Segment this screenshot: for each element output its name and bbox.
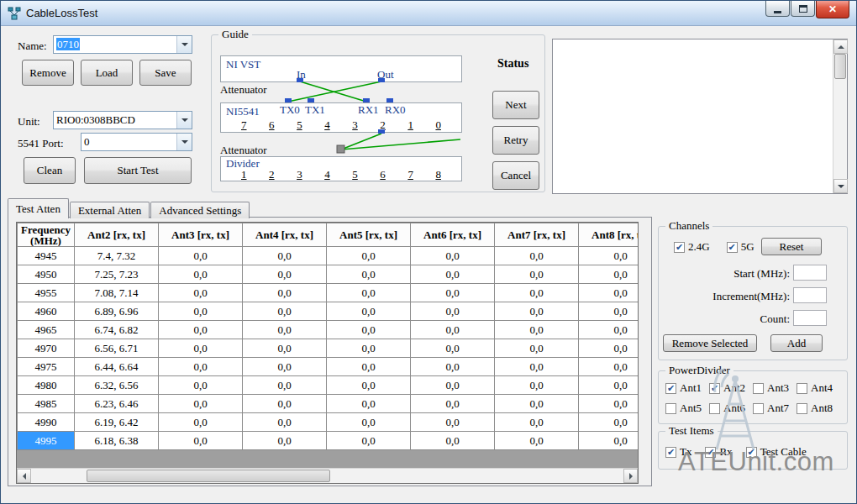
atten-cell[interactable]: 0,0 bbox=[243, 339, 327, 358]
name-combobox-arrow[interactable] bbox=[176, 36, 192, 53]
checkbox-ant8[interactable]: Ant8 bbox=[797, 402, 840, 415]
atten-cell[interactable]: 0,0 bbox=[411, 339, 495, 358]
column-header[interactable]: Ant5 [rx, tx] bbox=[327, 223, 411, 247]
atten-cell[interactable]: 0,0 bbox=[579, 376, 639, 395]
atten-cell[interactable]: 0,0 bbox=[243, 395, 327, 413]
atten-cell[interactable]: 0,0 bbox=[579, 432, 639, 450]
atten-cell[interactable]: 0,0 bbox=[159, 395, 243, 413]
unit-combobox-arrow[interactable] bbox=[176, 112, 192, 129]
column-header[interactable]: Frequency (MHz) bbox=[18, 223, 75, 247]
atten-cell[interactable]: 0,0 bbox=[411, 376, 495, 395]
atten-cell[interactable]: 0,0 bbox=[411, 284, 495, 302]
scroll-thumb[interactable] bbox=[834, 54, 846, 79]
atten-cell[interactable]: 0,0 bbox=[495, 302, 579, 321]
atten-cell[interactable]: 0,0 bbox=[243, 358, 327, 376]
atten-cell[interactable]: 0,0 bbox=[159, 284, 243, 302]
atten-cell[interactable]: 0,0 bbox=[327, 432, 411, 450]
title-bar[interactable]: CableLossTest ✕ bbox=[1, 1, 856, 26]
atten-cell[interactable]: 0,0 bbox=[243, 376, 327, 395]
checkbox-ant7[interactable]: Ant7 bbox=[753, 402, 797, 415]
atten-cell[interactable]: 0,0 bbox=[159, 432, 243, 450]
atten-cell[interactable]: 0,0 bbox=[243, 265, 327, 284]
atten-cell[interactable]: 0,0 bbox=[411, 395, 495, 413]
atten-cell[interactable]: 0,0 bbox=[159, 413, 243, 432]
atten-cell[interactable]: 0,0 bbox=[243, 284, 327, 302]
atten-cell[interactable]: 0,0 bbox=[243, 413, 327, 432]
atten-cell[interactable]: 0,0 bbox=[243, 321, 327, 339]
table-row[interactable]: 49656.74, 6.820,00,00,00,00,00,0 bbox=[18, 321, 639, 339]
frequency-cell[interactable]: 4990 bbox=[18, 413, 75, 432]
column-header[interactable]: Ant3 [rx, tx] bbox=[159, 223, 243, 247]
atten-cell[interactable]: 0,0 bbox=[411, 321, 495, 339]
next-button[interactable]: Next bbox=[492, 91, 539, 119]
maximize-button[interactable] bbox=[791, 1, 815, 17]
atten-cell[interactable]: 0,0 bbox=[327, 358, 411, 376]
tab-external-atten[interactable]: External Atten bbox=[70, 202, 150, 218]
atten-cell[interactable]: 0,0 bbox=[159, 247, 243, 265]
close-button[interactable]: ✕ bbox=[816, 1, 849, 18]
atten-cell[interactable]: 0,0 bbox=[495, 339, 579, 358]
atten-cell[interactable]: 6.56, 6.71 bbox=[75, 339, 159, 358]
atten-cell[interactable]: 0,0 bbox=[579, 321, 639, 339]
start-mhz-input[interactable] bbox=[793, 265, 827, 281]
column-header[interactable]: Ant7 [rx, tx] bbox=[495, 223, 579, 247]
frequency-cell[interactable]: 4975 bbox=[18, 358, 75, 376]
minimize-button[interactable] bbox=[765, 1, 790, 17]
tab-test-atten[interactable]: Test Atten bbox=[8, 198, 69, 218]
atten-cell[interactable]: 0,0 bbox=[327, 284, 411, 302]
atten-cell[interactable]: 0,0 bbox=[495, 284, 579, 302]
atten-cell[interactable]: 0,0 bbox=[327, 265, 411, 284]
atten-cell[interactable]: 7.4, 7.32 bbox=[75, 247, 159, 265]
reset-button[interactable]: Reset bbox=[761, 238, 822, 255]
save-button[interactable]: Save bbox=[139, 60, 192, 86]
atten-cell[interactable]: 0,0 bbox=[495, 413, 579, 432]
atten-cell[interactable]: 0,0 bbox=[411, 358, 495, 376]
atten-cell[interactable]: 0,0 bbox=[159, 358, 243, 376]
table-row[interactable]: 49457.4, 7.320,00,00,00,00,00,0 bbox=[18, 247, 639, 265]
log-vertical-scrollbar[interactable] bbox=[833, 39, 847, 193]
scroll-down-button[interactable] bbox=[833, 179, 848, 193]
port-combobox[interactable]: 0 bbox=[81, 133, 192, 151]
atten-cell[interactable]: 6.89, 6.96 bbox=[75, 302, 159, 321]
atten-cell[interactable]: 0,0 bbox=[411, 302, 495, 321]
atten-cell[interactable]: 0,0 bbox=[495, 321, 579, 339]
atten-cell[interactable]: 0,0 bbox=[495, 358, 579, 376]
table-row[interactable]: 49606.89, 6.960,00,00,00,00,00,0 bbox=[18, 302, 639, 321]
frequency-cell[interactable]: 4965 bbox=[18, 321, 75, 339]
add-button[interactable]: Add bbox=[770, 334, 823, 352]
atten-cell[interactable]: 0,0 bbox=[159, 321, 243, 339]
table-row[interactable]: 49806.32, 6.560,00,00,00,00,00,0 bbox=[18, 376, 639, 395]
scroll-track[interactable] bbox=[833, 54, 847, 179]
increment-mhz-input[interactable] bbox=[793, 287, 827, 303]
checkbox-ant5[interactable]: Ant5 bbox=[665, 402, 709, 415]
atten-cell[interactable]: 6.44, 6.64 bbox=[75, 358, 159, 376]
checkbox-ant4[interactable]: Ant4 bbox=[797, 381, 840, 395]
frequency-cell[interactable]: 4960 bbox=[18, 302, 75, 321]
cancel-button[interactable]: Cancel bbox=[492, 161, 539, 190]
checkbox-tx[interactable]: ✔Tx bbox=[665, 445, 691, 459]
table-row[interactable]: 49956.18, 6.380,00,00,00,00,00,0 bbox=[18, 432, 639, 450]
name-combobox[interactable]: 0710 bbox=[53, 35, 192, 54]
atten-cell[interactable]: 0,0 bbox=[159, 265, 243, 284]
port-combobox-arrow[interactable] bbox=[176, 134, 192, 150]
atten-cell[interactable]: 0,0 bbox=[159, 339, 243, 358]
table-horizontal-scrollbar[interactable] bbox=[17, 468, 638, 483]
atten-cell[interactable]: 0,0 bbox=[495, 265, 579, 284]
atten-cell[interactable]: 0,0 bbox=[411, 413, 495, 432]
atten-cell[interactable]: 0,0 bbox=[579, 284, 639, 302]
atten-cell[interactable]: 7.25, 7.23 bbox=[75, 265, 159, 284]
atten-cell[interactable]: 0,0 bbox=[327, 339, 411, 358]
tab-advanced-settings[interactable]: Advanced Settings bbox=[150, 202, 250, 218]
frequency-cell[interactable]: 4985 bbox=[18, 395, 75, 413]
atten-cell[interactable]: 0,0 bbox=[579, 339, 639, 358]
table-row[interactable]: 49756.44, 6.640,00,00,00,00,00,0 bbox=[18, 358, 639, 376]
count-input[interactable] bbox=[793, 310, 827, 326]
atten-cell[interactable]: 0,0 bbox=[327, 413, 411, 432]
atten-cell[interactable]: 0,0 bbox=[327, 247, 411, 265]
atten-cell[interactable]: 0,0 bbox=[495, 395, 579, 413]
checkbox-5g[interactable]: ✔5G bbox=[727, 240, 754, 254]
column-header[interactable]: Ant4 [rx, tx] bbox=[243, 223, 327, 247]
table-row[interactable]: 49507.25, 7.230,00,00,00,00,00,0 bbox=[18, 265, 639, 284]
atten-cell[interactable]: 0,0 bbox=[579, 413, 639, 432]
frequency-cell[interactable]: 4980 bbox=[18, 376, 75, 395]
